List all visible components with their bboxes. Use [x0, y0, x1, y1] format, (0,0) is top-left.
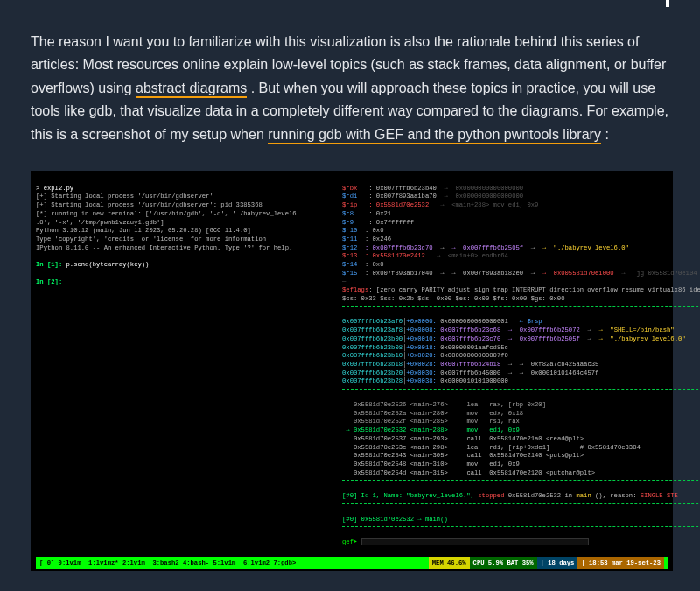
ipython-line: [+] Starting local process '/usr/bin/gdb…: [36, 193, 214, 200]
thread-func: main: [576, 492, 591, 499]
stack-val: 0x007fffb6b23c70: [440, 335, 500, 342]
code-op: call 0x5581d70e21a0 <read@plt>: [466, 435, 584, 442]
stack-addr: 0x007fffb6b23b28: [342, 377, 402, 384]
stack-val: 0x00000000000007f0: [440, 352, 508, 359]
thread-addr: 0x5581d70e2532 in: [504, 492, 576, 499]
ipython-input: p.send(bytearray(key)): [62, 261, 149, 268]
stack-off: +0x0028:: [406, 361, 437, 368]
code-sym: <main+285>: [410, 418, 448, 425]
code-addr: 0x5581d70e2548: [354, 461, 406, 468]
reg-name: $rdi: [342, 193, 357, 200]
reg-deref: → <main+288> mov edi, 0x9: [440, 201, 538, 208]
status-clock: | 18:53 mar 19-set-23: [578, 557, 664, 569]
gdb-gef-link[interactable]: running gdb with GEF and the python pwnt…: [268, 127, 601, 144]
code-addr: 0x5581d70e254d: [354, 469, 406, 476]
stack-val: 0x007fffb6b23c68: [440, 327, 500, 334]
code-addr: 0x5581d70e252f: [354, 418, 406, 425]
ipython-line: > expl2.py: [36, 185, 74, 192]
reg-name: $r9: [342, 219, 357, 226]
reg-deref: → 0x0000000000000000: [444, 193, 524, 200]
code-sym: <main+310>: [410, 461, 448, 468]
stack-off: +0x0008:: [406, 327, 437, 334]
ipython-line: IPython 8.11.0 -- An enhanced Interactiv…: [36, 244, 292, 251]
reg-deref: → jg 0x5581d70e104: [621, 270, 696, 277]
code-op: lea rdi, [rip+0xdc1] # 0x5581d70e3304: [466, 444, 640, 451]
code-sym: <main+298>: [410, 444, 448, 451]
reg-val: : 0x21: [368, 210, 391, 217]
ipython-pane: > expl2.py [+] Starting local process '/…: [36, 176, 342, 555]
ipython-line: [+] Starting local process '/usr/bin/gdb…: [36, 201, 262, 208]
code-op: call 0x5581d70e2120 <putchar@plt>: [466, 469, 595, 476]
gef-prompt: gef➤: [342, 538, 361, 545]
code-sym: <main+293>: [410, 435, 448, 442]
ipython-line: Python 3.10.12 (main, Jun 11 2023, 05:26…: [36, 227, 251, 234]
stack-addr: 0x007fffb6b23b10: [342, 352, 402, 359]
stack-val: 0x007fffb6b24b18: [440, 361, 500, 368]
reg-name: $r14: [342, 261, 357, 268]
reg-deref: → <main+0> endbr64: [437, 252, 508, 259]
ipython-line: .0', '-x', '/tmp/pwnb1vzauy1.gdb']: [36, 219, 164, 226]
stack-deref: → 0x007fffb6b25072: [508, 327, 580, 334]
section-divider: [342, 526, 700, 527]
code-sym: <main+305>: [410, 452, 448, 459]
eflags-label: $eflags: [342, 286, 368, 293]
terminal-screenshot: > expl2.py [+] Starting local process '/…: [31, 171, 673, 571]
code-sym: <main+276>: [410, 401, 448, 408]
status-uptime: | 18 days: [537, 557, 578, 569]
trace-line: [#0] 0x5581d70e2532 → main(): [342, 516, 448, 523]
ipython-prompt: In [1]:: [36, 261, 62, 268]
reg-val: : 0x5581d70e2412: [365, 252, 425, 259]
stack-deref: → 0x00010101464c457f: [520, 369, 599, 376]
abstract-diagrams-link[interactable]: abstract diagrams: [136, 81, 247, 98]
stack-val: 0x007fffb6b45000: [440, 369, 500, 376]
section-divider: trace: [342, 503, 700, 504]
code-addr: 0x5581d70e252a: [354, 410, 406, 417]
status-mem: MEM 46.6%: [429, 557, 470, 569]
reg-name: $r11: [342, 236, 357, 243]
stack-addr: 0x007fffb6b23b20: [342, 369, 402, 376]
reg-name: $r13: [342, 252, 357, 259]
stack-addr: 0x007fffb6b23b08: [342, 344, 402, 351]
code-op: mov edi, 0x9: [466, 426, 519, 433]
article-paragraph: The reason I want you to familiarize wit…: [31, 31, 669, 146]
reg-val: : 0x007f893aa1ba70: [368, 193, 437, 200]
reg-val: : 0x7fffffff: [368, 219, 414, 226]
reg-val: : 0x0: [365, 227, 384, 234]
stack-off: +0x0000:: [406, 318, 437, 325]
code-op: mov edi, 0x9: [466, 461, 519, 468]
stack-off: +0x0018:: [406, 344, 437, 351]
gef-input[interactable]: [361, 538, 589, 545]
status-cpu: CPU 5.9% BAT 35%: [470, 557, 537, 569]
reg-name: $r15: [342, 270, 357, 277]
reg-deref: → 0x007fffb6b2505f: [452, 244, 523, 251]
reg-val: : 0x246: [365, 236, 391, 243]
stack-deref: → 0xf82a7cb425aaac35: [520, 361, 599, 368]
reg-val: : 0x007f893ab17040: [365, 270, 433, 277]
reg-name: $r12: [342, 244, 357, 251]
stack-deref: → 0x007fffb6b2505f: [508, 335, 580, 342]
reg-str: → "./babyrev_level6.0": [542, 244, 629, 251]
gef-pane: $rbx : 0x007fffb6b23b40 → 0x000000000000…: [342, 176, 700, 555]
code-op: call 0x5581d70e2140 <puts@plt>: [466, 452, 584, 459]
thread-reason-label: (), reason:: [592, 492, 640, 499]
reg-val: : 0x0: [365, 261, 384, 268]
code-addr: 0x5581d70e2543: [354, 452, 406, 459]
section-divider: code:x86:64: [342, 389, 700, 390]
section-divider: threads: [342, 480, 700, 481]
ipython-line: Type 'copyright', 'credits' or 'license'…: [36, 236, 266, 243]
reg-deref: → 0x007f893ab182e0: [452, 270, 523, 277]
section-divider: stack: [342, 306, 700, 307]
stack-str: → "./babyrev_level6.0": [598, 335, 685, 342]
eflags-body: : [zero carry PARITY adjust sign trap IN…: [368, 286, 700, 293]
stack-str: → "SHELL=/bin/bash": [598, 327, 674, 334]
stack-val: 0x0000010101000000: [440, 377, 508, 384]
reg-name: $r10: [342, 227, 357, 234]
reg-deref: → 0x0000000000000000: [444, 185, 524, 192]
code-op: mov edx, 0x18: [466, 410, 523, 417]
reg-val: : 0x5581d70e2532: [368, 201, 429, 208]
stack-addr: 0x007fffb6b23af0: [342, 318, 402, 325]
code-addr: 0x5581d70e2526: [354, 401, 406, 408]
code-addr-current: 0x5581d70e2532: [354, 426, 406, 433]
code-sym: <main+315>: [410, 469, 448, 476]
ipython-prompt: In [2]:: [36, 278, 62, 285]
